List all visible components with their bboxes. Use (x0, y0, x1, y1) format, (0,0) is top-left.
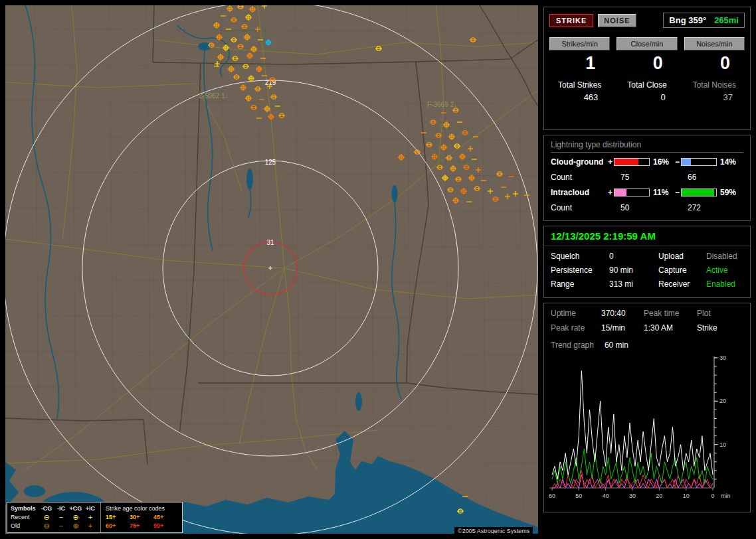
squelch-value: 0 (609, 252, 658, 261)
svg-text:50: 50 (575, 493, 582, 499)
strike-button[interactable]: STRIKE (549, 14, 593, 27)
svg-text:30: 30 (629, 493, 636, 499)
pos-cg-icon: ⊕ (68, 522, 84, 530)
strikes-per-min-button[interactable]: Strikes/min (549, 37, 610, 50)
age-75: 75+ (130, 523, 153, 529)
bearing-label: Bng 359° (669, 15, 706, 25)
total-noises: Total Noises 37 (684, 80, 745, 102)
close-per-min-value: 0 (616, 53, 677, 74)
intracloud-label: Intracloud (551, 188, 607, 197)
intracloud-row: Intracloud + 11% − 59% (551, 186, 743, 198)
svg-text:20: 20 (656, 493, 662, 499)
total-strikes-label: Total Strikes (549, 80, 610, 90)
plot-value: Strike (697, 323, 743, 333)
pos-cg-icon: ⊕ (68, 514, 84, 521)
ic-minus-count: 272 (681, 203, 717, 212)
uptime-value: 370:40 (601, 309, 644, 318)
bearing-distance: 265mi (714, 15, 739, 25)
ic-plus-pct: 11% (650, 188, 674, 197)
ic-plus-count: 50 (614, 203, 650, 212)
cloud-ground-row: Cloud-ground + 16% − 14% (551, 155, 743, 168)
cg-plus-bar (614, 158, 650, 166)
total-noises-value: 37 (684, 92, 745, 102)
plus-sign: + (607, 157, 614, 167)
uptime-label: Uptime (551, 309, 601, 318)
receiver-status: Enabled (706, 279, 743, 289)
system-status-panel: 12/13/2025 2:19:59 AM Squelch 0 Upload D… (543, 226, 751, 298)
distribution-panel: Lightning type distribution Cloud-ground… (543, 135, 751, 221)
cg-minus-bar (681, 158, 717, 166)
ic-minus-pct: 59% (717, 188, 743, 197)
age-legend-title: Strike age color codes (106, 506, 177, 512)
neg-cg-icon: ⊖ (39, 522, 54, 530)
copyright-notice: ©2005 Astrogenic Systems (454, 527, 533, 534)
status-panel: STRIKE NOISE Bng 359° 265mi Strikes/min … (543, 7, 751, 512)
noises-per-min-button[interactable]: Noises/min (684, 37, 745, 50)
peak-rate-value: 15/min (601, 323, 644, 333)
intracloud-count-row: Count 50 272 (551, 201, 743, 214)
legend-recent-label: Recent (11, 514, 39, 520)
svg-text:30: 30 (719, 354, 726, 361)
cg-minus-pct: 14% (717, 157, 743, 167)
map-legend: Symbols -CG -IC +CG +IC Recent ⊖ − ⊕ + O… (7, 502, 183, 533)
cloud-ground-label: Cloud-ground (551, 157, 607, 167)
age-30: 30+ (130, 514, 153, 520)
svg-text:20: 20 (719, 398, 726, 404)
total-close-value: 0 (616, 92, 677, 102)
svg-text:0: 0 (711, 493, 714, 499)
svg-text:L-5062 1↓: L-5062 1↓ (199, 92, 228, 100)
svg-text:10: 10 (719, 441, 726, 448)
total-close-label: Total Close (616, 80, 677, 90)
map-canvas: 219 125 31 L-5062 1↓F-3669 2↓ (5, 5, 538, 534)
ring-label-31: 31 (266, 239, 274, 246)
ring-label-125: 125 (265, 159, 276, 166)
age-legend: Strike age color codes 15+ 30+ 45+ 60+ 7… (101, 502, 182, 532)
persistence-label: Persistence (551, 266, 609, 275)
upload-label: Upload (658, 252, 706, 261)
svg-text:10: 10 (683, 493, 690, 499)
minus-sign: − (674, 157, 681, 167)
neg-ic-icon: − (54, 514, 68, 521)
legend-header: +IC (84, 506, 97, 512)
svg-text:F-3669 2↓: F-3669 2↓ (427, 101, 457, 108)
noise-button[interactable]: NOISE (598, 14, 636, 27)
total-close: Total Close 0 (616, 80, 677, 102)
upload-status: Disabled (706, 252, 743, 261)
range-value: 313 mi (609, 279, 658, 289)
plus-sign: + (607, 188, 614, 197)
datetime-display: 12/13/2025 2:19:59 AM (544, 226, 750, 246)
trend-chart: 1020306050403020100min (547, 352, 742, 509)
ic-minus-bar (681, 189, 717, 196)
pos-ic-icon: + (84, 514, 97, 521)
peak-time-label: Peak time (644, 309, 697, 318)
distribution-title: Lightning type distribution (551, 140, 743, 153)
count-label: Count (551, 203, 607, 212)
trend-graph-label: Trend graph (551, 341, 594, 350)
svg-text:40: 40 (603, 493, 609, 499)
counters-panel: STRIKE NOISE Bng 359° 265mi Strikes/min … (543, 7, 751, 130)
age-45: 45+ (153, 514, 177, 520)
trend-panel: Uptime 370:40 Peak time Plot Peak rate 1… (543, 303, 751, 512)
ic-plus-bar (614, 189, 650, 196)
age-60: 60+ (106, 523, 130, 529)
close-per-min-button[interactable]: Close/min (616, 37, 677, 50)
persistence-value: 90 min (609, 266, 658, 275)
symbol-legend: Symbols -CG -IC +CG +IC Recent ⊖ − ⊕ + O… (7, 502, 101, 532)
squelch-label: Squelch (551, 252, 609, 261)
receiver-label: Receiver (658, 279, 706, 289)
peak-time-value: 1:30 AM (644, 323, 697, 333)
age-90: 90+ (153, 523, 177, 529)
svg-text:min: min (721, 493, 731, 499)
capture-status: Active (706, 266, 743, 275)
bearing-readout: Bng 359° 265mi (663, 13, 745, 28)
total-strikes: Total Strikes 463 (549, 80, 610, 102)
range-label: Range (551, 279, 609, 289)
neg-ic-icon: − (54, 522, 68, 530)
strikes-per-min-value: 1 (549, 53, 610, 74)
legend-header: +CG (68, 506, 84, 512)
pos-ic-icon: + (84, 522, 97, 530)
cloud-ground-count-row: Count 75 66 (551, 171, 743, 183)
svg-text:60: 60 (549, 493, 555, 499)
map-view[interactable]: 219 125 31 L-5062 1↓F-3669 2↓ Symbols -C… (5, 5, 538, 534)
legend-header: -IC (54, 506, 68, 512)
